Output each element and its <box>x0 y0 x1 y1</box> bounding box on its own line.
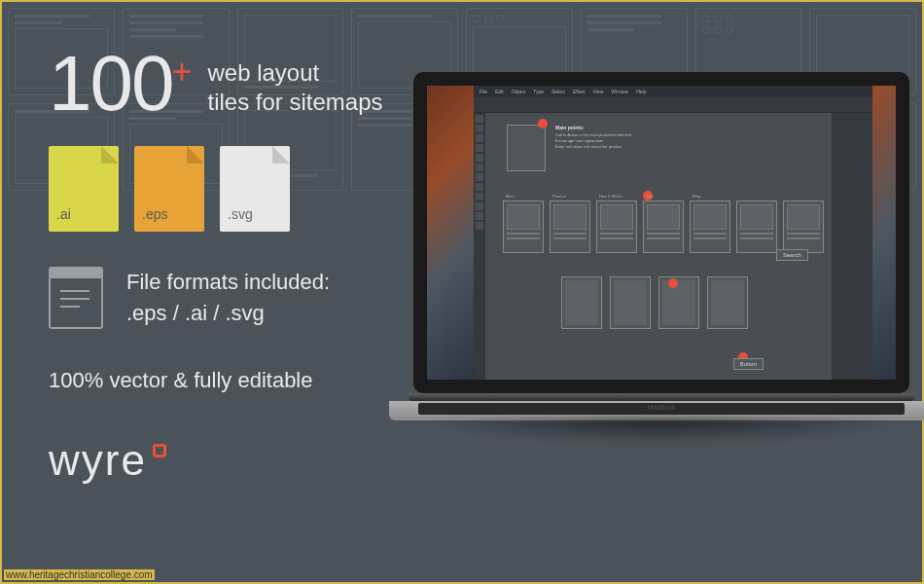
red-badge-icon <box>538 119 548 128</box>
headline-line1: web layout <box>207 58 382 88</box>
sitemap-tile <box>561 276 602 329</box>
tools-panel <box>474 113 485 380</box>
menu-item: Object <box>512 89 525 94</box>
laptop-mockup: File Edit Object Type Select Effect View… <box>389 72 924 520</box>
sitemap-tile: How It Works <box>596 201 637 253</box>
formats-section: File formats included: .eps / .ai / .svg <box>49 267 418 329</box>
main-points-title: Main points: <box>555 125 631 130</box>
menu-item: Select <box>551 89 565 94</box>
eps-label: .eps <box>142 206 167 222</box>
main-point-2: Encourage user registration <box>555 138 631 143</box>
eps-file-icon: .eps <box>134 146 204 232</box>
svg-file-icon: .svg <box>220 146 290 232</box>
laptop-shadow <box>423 419 900 444</box>
menu-item: File <box>480 89 487 94</box>
search-element: Search <box>776 249 808 261</box>
app-body: Main points: Call to Action is the most … <box>474 113 872 380</box>
illustrator-window: File Edit Object Type Select Effect View… <box>474 86 872 380</box>
sitemap-tile: Product <box>550 201 590 253</box>
menu-item: Edit <box>495 89 504 94</box>
headline: 100 + web layout tiles for sitemaps <box>49 49 418 119</box>
sitemap-tile <box>736 201 777 253</box>
file-format-icons: .ai .eps .svg <box>49 146 418 232</box>
sitemap-row-1: Main Product How It Works Tour Blog <box>503 201 824 253</box>
canvas: Main points: Call to Action is the most … <box>485 113 832 380</box>
desktop-wallpaper-right <box>872 86 896 380</box>
brand-mark-icon <box>153 444 166 457</box>
watermark: www.heritagechristiancollege.com <box>4 569 155 580</box>
right-panels <box>832 113 872 380</box>
formats-list: .eps / .ai / .svg <box>126 298 330 329</box>
menu-item: Effect <box>573 89 586 94</box>
formats-text: File formats included: .eps / .ai / .svg <box>126 267 330 329</box>
sitemap-tile: Main <box>503 201 544 253</box>
main-point-3: Enter with basic info about the product <box>555 144 631 149</box>
laptop-base: MacBook <box>389 401 924 479</box>
headline-subtitle: web layout tiles for sitemaps <box>207 58 382 117</box>
number-value: 100 <box>49 40 172 127</box>
menu-item: Help <box>636 89 646 94</box>
sitemap-tile <box>707 276 748 329</box>
sitemap-tile: Tour <box>643 201 684 253</box>
sitemap-tile <box>610 276 651 329</box>
laptop-keyboard: MacBook <box>389 401 924 420</box>
svg-label: .svg <box>228 206 253 222</box>
menu-item: Type <box>533 89 544 94</box>
sitemap-home-tile <box>507 125 546 171</box>
plus-icon: + <box>171 56 190 88</box>
formats-title: File formats included: <box>126 267 330 298</box>
ai-label: .ai <box>56 206 71 222</box>
main-point-1: Call to Action is the most prominent ele… <box>555 132 631 137</box>
menu-item: View <box>593 89 604 94</box>
macbook-label: MacBook <box>647 404 675 411</box>
red-badge-icon <box>668 278 678 288</box>
app-menubar: File Edit Object Type Select Effect View… <box>474 86 872 97</box>
laptop-screen-bezel: File Edit Object Type Select Effect View… <box>413 72 909 393</box>
vector-editable-line: 100% vector & fully editable <box>49 368 418 393</box>
brand-logo: wyre <box>49 436 418 485</box>
sitemap-tile <box>658 276 699 329</box>
sitemap-tile <box>783 201 824 253</box>
ai-file-icon: .ai <box>49 146 119 232</box>
document-icon <box>49 267 103 329</box>
app-toolbar <box>474 97 872 113</box>
sitemap-tile: Blog <box>690 201 730 253</box>
headline-line2: tiles for sitemaps <box>207 88 382 117</box>
laptop-display: File Edit Object Type Select Effect View… <box>427 86 896 380</box>
brand-name: wyre <box>49 436 147 485</box>
sitemap-row-2 <box>561 276 824 329</box>
main-points-text: Main points: Call to Action is the most … <box>555 125 631 150</box>
laptop-hinge <box>409 393 914 401</box>
headline-number: 100 + <box>49 49 172 119</box>
promo-content: 100 + web layout tiles for sitemaps .ai … <box>49 49 418 485</box>
button-element: Button <box>733 358 764 370</box>
desktop-wallpaper-left <box>427 86 474 380</box>
menu-item: Window <box>611 89 628 94</box>
